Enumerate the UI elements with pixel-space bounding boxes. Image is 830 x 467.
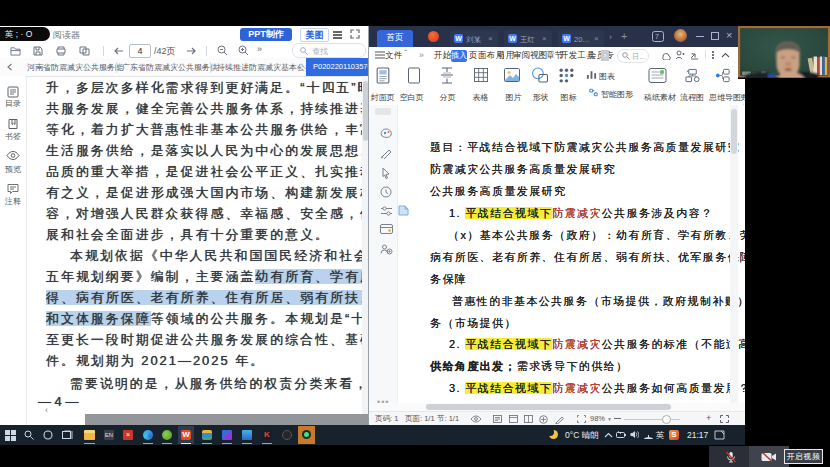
svg-text:7: 7 — [655, 33, 659, 40]
